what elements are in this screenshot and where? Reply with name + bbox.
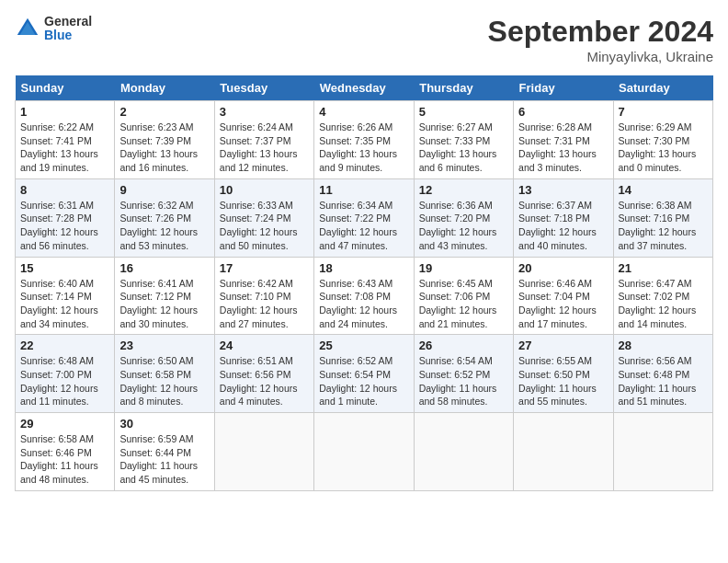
day-number: 15 (20, 261, 109, 275)
calendar-cell: 4Sunrise: 6:26 AM Sunset: 7:35 PM Daylig… (314, 101, 414, 179)
day-info: Sunrise: 6:40 AM Sunset: 7:14 PM Dayligh… (20, 277, 109, 331)
location-subtitle: Minyaylivka, Ukraine (488, 49, 713, 64)
day-number: 2 (119, 105, 209, 119)
day-number: 6 (518, 105, 608, 119)
day-number: 13 (518, 183, 608, 197)
day-info: Sunrise: 6:58 AM Sunset: 6:46 PM Dayligh… (20, 432, 109, 487)
day-number: 7 (619, 105, 708, 119)
logo-icon (15, 16, 40, 41)
day-number: 27 (518, 339, 608, 352)
logo-text: General Blue (44, 15, 92, 43)
calendar-cell: 27Sunrise: 6:55 AM Sunset: 6:50 PM Dayli… (514, 335, 613, 413)
day-number: 3 (220, 105, 309, 119)
day-info: Sunrise: 6:27 AM Sunset: 7:33 PM Dayligh… (419, 121, 508, 175)
day-number: 9 (119, 183, 209, 197)
title-block: September 2024 Minyaylivka, Ukraine (488, 15, 713, 64)
calendar-cell: 28Sunrise: 6:56 AM Sunset: 6:48 PM Dayli… (613, 335, 712, 413)
calendar-cell: 11Sunrise: 6:34 AM Sunset: 7:22 PM Dayli… (314, 178, 414, 257)
calendar-cell: 19Sunrise: 6:45 AM Sunset: 7:06 PM Dayli… (414, 257, 513, 335)
day-number: 29 (20, 417, 109, 431)
calendar-cell: 13Sunrise: 6:37 AM Sunset: 7:18 PM Dayli… (514, 178, 613, 257)
calendar-table: SundayMondayTuesdayWednesdayThursdayFrid… (15, 75, 713, 491)
calendar-cell: 10Sunrise: 6:33 AM Sunset: 7:24 PM Dayli… (214, 178, 313, 257)
day-info: Sunrise: 6:52 AM Sunset: 6:54 PM Dayligh… (319, 354, 408, 408)
calendar-cell: 25Sunrise: 6:52 AM Sunset: 6:54 PM Dayli… (314, 335, 414, 413)
calendar-cell: 22Sunrise: 6:48 AM Sunset: 7:00 PM Dayli… (16, 335, 115, 413)
day-info: Sunrise: 6:22 AM Sunset: 7:41 PM Dayligh… (20, 121, 109, 175)
day-number: 28 (619, 339, 708, 352)
dow-header-wednesday: Wednesday (314, 75, 414, 101)
day-info: Sunrise: 6:24 AM Sunset: 7:37 PM Dayligh… (220, 121, 309, 175)
day-info: Sunrise: 6:41 AM Sunset: 7:12 PM Dayligh… (119, 277, 209, 331)
day-info: Sunrise: 6:33 AM Sunset: 7:24 PM Dayligh… (220, 199, 309, 253)
dow-header-monday: Monday (115, 75, 214, 101)
day-info: Sunrise: 6:54 AM Sunset: 6:52 PM Dayligh… (419, 354, 508, 408)
day-info: Sunrise: 6:26 AM Sunset: 7:35 PM Dayligh… (319, 121, 408, 175)
month-title: September 2024 (488, 15, 713, 49)
day-info: Sunrise: 6:55 AM Sunset: 6:50 PM Dayligh… (518, 354, 608, 408)
calendar-cell (613, 413, 712, 491)
calendar-cell: 17Sunrise: 6:42 AM Sunset: 7:10 PM Dayli… (214, 257, 313, 335)
calendar-cell (214, 413, 313, 491)
calendar-cell (414, 413, 513, 491)
logo: General Blue (15, 15, 92, 43)
calendar-cell: 29Sunrise: 6:58 AM Sunset: 6:46 PM Dayli… (16, 413, 115, 491)
calendar-cell: 14Sunrise: 6:38 AM Sunset: 7:16 PM Dayli… (613, 178, 712, 257)
day-number: 21 (619, 261, 708, 275)
calendar-cell: 12Sunrise: 6:36 AM Sunset: 7:20 PM Dayli… (414, 178, 513, 257)
day-info: Sunrise: 6:42 AM Sunset: 7:10 PM Dayligh… (220, 277, 309, 331)
day-info: Sunrise: 6:50 AM Sunset: 6:58 PM Dayligh… (119, 354, 209, 408)
calendar-cell: 7Sunrise: 6:29 AM Sunset: 7:30 PM Daylig… (613, 101, 712, 179)
day-number: 11 (319, 183, 408, 197)
day-number: 30 (119, 417, 209, 431)
logo-blue: Blue (44, 29, 92, 42)
page-header: General Blue September 2024 Minyaylivka,… (15, 15, 713, 64)
day-info: Sunrise: 6:29 AM Sunset: 7:30 PM Dayligh… (619, 121, 708, 175)
day-number: 20 (518, 261, 608, 275)
day-number: 23 (119, 339, 209, 352)
logo-general: General (44, 15, 92, 29)
calendar-cell: 26Sunrise: 6:54 AM Sunset: 6:52 PM Dayli… (414, 335, 513, 413)
calendar-cell (314, 413, 414, 491)
day-number: 10 (220, 183, 309, 197)
calendar-cell: 24Sunrise: 6:51 AM Sunset: 6:56 PM Dayli… (214, 335, 313, 413)
day-info: Sunrise: 6:31 AM Sunset: 7:28 PM Dayligh… (20, 199, 109, 253)
day-number: 18 (319, 261, 408, 275)
day-info: Sunrise: 6:46 AM Sunset: 7:04 PM Dayligh… (518, 277, 608, 331)
calendar-cell: 16Sunrise: 6:41 AM Sunset: 7:12 PM Dayli… (115, 257, 214, 335)
calendar-cell: 15Sunrise: 6:40 AM Sunset: 7:14 PM Dayli… (16, 257, 115, 335)
day-number: 8 (20, 183, 109, 197)
day-number: 25 (319, 339, 408, 352)
day-info: Sunrise: 6:43 AM Sunset: 7:08 PM Dayligh… (319, 277, 408, 331)
day-info: Sunrise: 6:51 AM Sunset: 6:56 PM Dayligh… (220, 354, 309, 408)
calendar-cell: 6Sunrise: 6:28 AM Sunset: 7:31 PM Daylig… (514, 101, 613, 179)
day-info: Sunrise: 6:32 AM Sunset: 7:26 PM Dayligh… (119, 199, 209, 253)
day-info: Sunrise: 6:59 AM Sunset: 6:44 PM Dayligh… (119, 432, 209, 487)
calendar-cell: 5Sunrise: 6:27 AM Sunset: 7:33 PM Daylig… (414, 101, 513, 179)
day-info: Sunrise: 6:36 AM Sunset: 7:20 PM Dayligh… (419, 199, 508, 253)
calendar-cell (514, 413, 613, 491)
day-info: Sunrise: 6:48 AM Sunset: 7:00 PM Dayligh… (20, 354, 109, 408)
day-info: Sunrise: 6:37 AM Sunset: 7:18 PM Dayligh… (518, 199, 608, 253)
day-info: Sunrise: 6:45 AM Sunset: 7:06 PM Dayligh… (419, 277, 508, 331)
calendar-cell: 9Sunrise: 6:32 AM Sunset: 7:26 PM Daylig… (115, 178, 214, 257)
day-info: Sunrise: 6:23 AM Sunset: 7:39 PM Dayligh… (119, 121, 209, 175)
day-number: 22 (20, 339, 109, 352)
day-number: 17 (220, 261, 309, 275)
day-info: Sunrise: 6:34 AM Sunset: 7:22 PM Dayligh… (319, 199, 408, 253)
day-number: 12 (419, 183, 508, 197)
calendar-cell: 2Sunrise: 6:23 AM Sunset: 7:39 PM Daylig… (115, 101, 214, 179)
dow-header-tuesday: Tuesday (214, 75, 313, 101)
day-number: 26 (419, 339, 508, 352)
calendar-cell: 8Sunrise: 6:31 AM Sunset: 7:28 PM Daylig… (16, 178, 115, 257)
dow-header-friday: Friday (514, 75, 613, 101)
dow-header-thursday: Thursday (414, 75, 513, 101)
dow-header-saturday: Saturday (613, 75, 712, 101)
day-info: Sunrise: 6:56 AM Sunset: 6:48 PM Dayligh… (619, 354, 708, 408)
calendar-cell: 1Sunrise: 6:22 AM Sunset: 7:41 PM Daylig… (16, 101, 115, 179)
calendar-cell: 3Sunrise: 6:24 AM Sunset: 7:37 PM Daylig… (214, 101, 313, 179)
day-number: 1 (20, 105, 109, 119)
day-number: 4 (319, 105, 408, 119)
day-info: Sunrise: 6:47 AM Sunset: 7:02 PM Dayligh… (619, 277, 708, 331)
day-number: 19 (419, 261, 508, 275)
